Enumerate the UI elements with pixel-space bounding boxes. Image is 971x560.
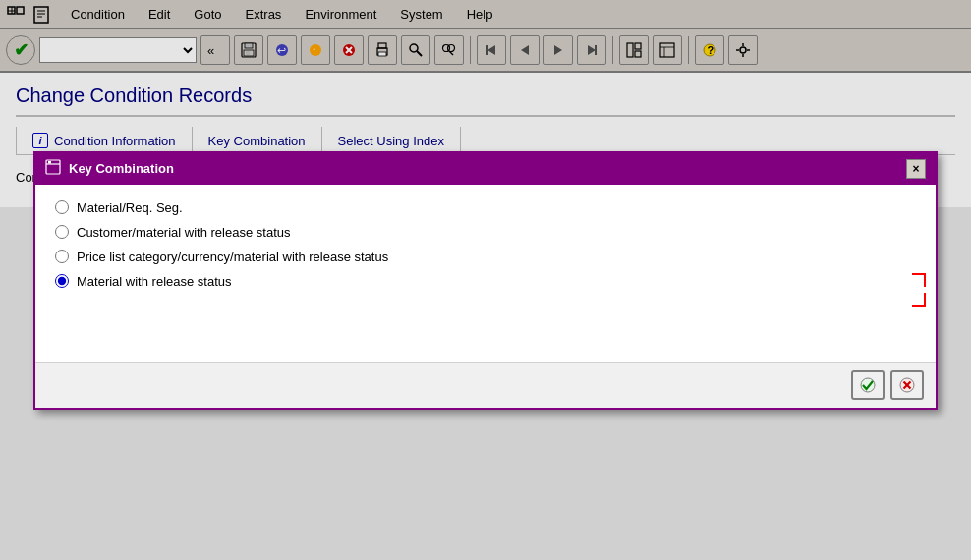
radio-item-4[interactable]: Material with release status <box>55 274 916 289</box>
corner-bracket-br <box>912 293 926 307</box>
radio-input-1[interactable] <box>55 200 69 214</box>
modal-title: Key Combination <box>69 161 174 176</box>
modal-body: Material/Req. Seg. Customer/material wit… <box>35 185 936 362</box>
modal-cancel-button[interactable] <box>890 370 924 400</box>
modal-dialog: Key Combination × Material/Req. Seg. Cus… <box>33 151 938 410</box>
modal-ok-button[interactable] <box>851 370 885 400</box>
modal-header: Key Combination × <box>35 153 936 185</box>
radio-item-1[interactable]: Material/Req. Seg. <box>55 200 916 215</box>
radio-label-1: Material/Req. Seg. <box>77 200 183 215</box>
radio-item-3[interactable]: Price list category/currency/material wi… <box>55 250 916 264</box>
modal-close-button[interactable]: × <box>906 159 926 179</box>
modal-window-icon <box>45 159 61 178</box>
modal-footer <box>35 362 936 408</box>
radio-input-4[interactable] <box>55 274 69 288</box>
modal-overlay: Key Combination × Material/Req. Seg. Cus… <box>0 0 971 560</box>
radio-input-2[interactable] <box>55 225 69 239</box>
radio-label-2: Customer/material with release status <box>77 225 290 240</box>
radio-item-2[interactable]: Customer/material with release status <box>55 225 916 240</box>
corner-bracket-tr <box>912 273 926 287</box>
radio-input-3[interactable] <box>55 250 69 263</box>
radio-group: Material/Req. Seg. Customer/material wit… <box>55 200 916 289</box>
modal-title-area: Key Combination <box>45 159 174 178</box>
radio-label-4: Material with release status <box>77 274 232 289</box>
radio-label-3: Price list category/currency/material wi… <box>77 250 388 264</box>
svg-rect-49 <box>48 161 51 164</box>
